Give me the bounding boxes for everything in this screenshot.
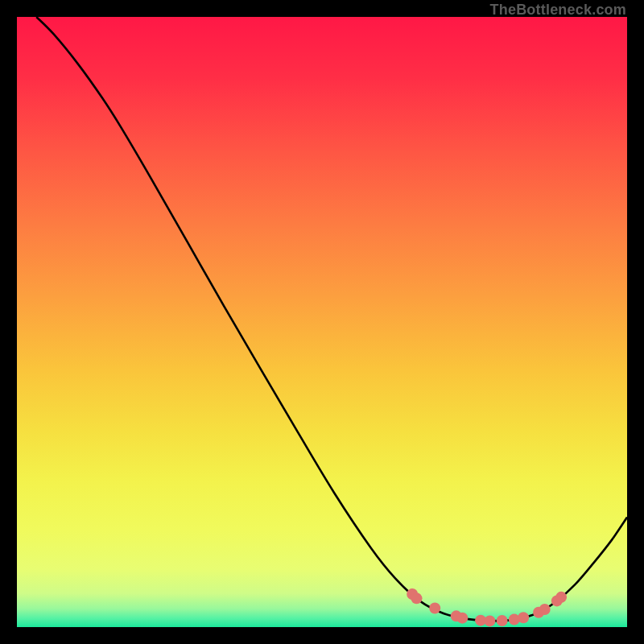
chart-container: TheBottleneck.com [0, 0, 644, 644]
marker-dot [456, 613, 468, 624]
marker-dot [539, 604, 551, 615]
marker-dot [555, 592, 567, 603]
marker-dot [497, 615, 508, 626]
chart-plot [17, 17, 627, 627]
watermark: TheBottleneck.com [490, 2, 626, 19]
marker-dot [411, 592, 422, 604]
marker-dot [429, 603, 440, 614]
marker-dot [484, 615, 495, 626]
marker-dot [518, 612, 529, 623]
